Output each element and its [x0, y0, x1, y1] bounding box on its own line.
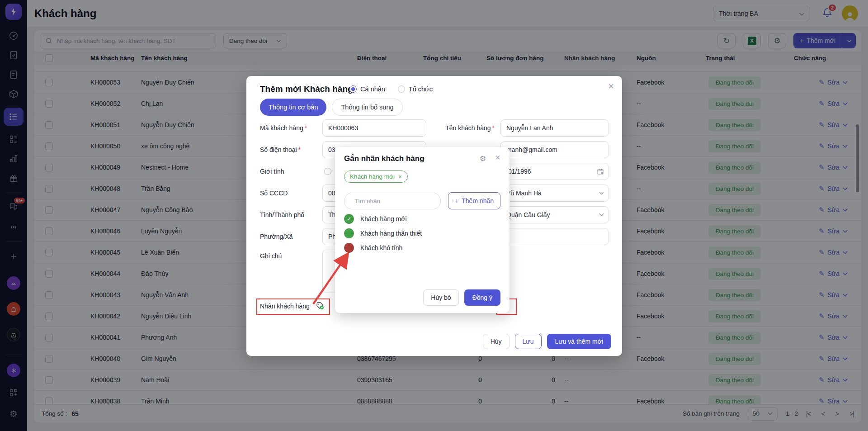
save-button[interactable]: Lưu [515, 334, 542, 349]
assignee-select[interactable] [500, 185, 609, 202]
label-ward: Phường/Xã [260, 233, 321, 240]
radio-organization-label: Tổ chức [409, 85, 433, 93]
add-tag-label: Thêm nhãn [462, 197, 494, 204]
tag-popup-title: Gắn nhãn khách hàng [344, 154, 425, 163]
district-select[interactable] [500, 206, 609, 223]
close-icon[interactable]: × [495, 152, 500, 163]
add-tag-button[interactable]: + Thêm nhãn [448, 192, 500, 209]
tab-basic-info[interactable]: Thông tin cơ bản [260, 99, 326, 116]
tag-option-label: Khách hàng mới [360, 215, 407, 223]
dob-field[interactable] [500, 163, 609, 180]
label-province: Tỉnh/Thành phố [260, 211, 321, 218]
remove-tag-icon[interactable]: × [398, 173, 402, 180]
assignee-select-wrap [500, 185, 609, 202]
label-phone: Số điện thoại* [260, 146, 321, 153]
radio-organization[interactable]: Tổ chức [398, 85, 433, 93]
tag-checked-icon: ✓ [344, 214, 354, 224]
customer-type-radios: Cá nhân Tổ chức [349, 85, 433, 93]
dob-field-wrap [500, 163, 609, 180]
radio-personal[interactable]: Cá nhân [349, 85, 385, 93]
tag-option[interactable]: Khách hàng thân thiết [344, 227, 500, 239]
cancel-button[interactable]: Hủy [483, 334, 509, 349]
name-field[interactable] [500, 119, 609, 137]
close-icon[interactable]: × [608, 81, 614, 92]
label-name: Tên khách hàng* [428, 124, 499, 132]
address-field[interactable] [500, 228, 609, 245]
radio-personal-label: Cá nhân [360, 85, 385, 93]
email-field[interactable] [500, 141, 609, 158]
tab-extra-info[interactable]: Thông tin bổ sung [332, 99, 402, 116]
selected-tag-chip: Khách hàng mới × [344, 171, 408, 183]
tag-cancel-button[interactable]: Hủy bỏ [423, 289, 458, 306]
tag-color-dot [344, 228, 354, 238]
label-code: Mã khách hàng* [260, 124, 321, 132]
gear-icon[interactable]: ⚙ [480, 154, 486, 163]
required-mark: * [492, 124, 495, 132]
app-window: 99+ ⚙ Khách hàng Thời trang BA 2 [0, 0, 868, 431]
tag-search-input[interactable] [354, 197, 435, 205]
tag-ok-button[interactable]: Đồng ý [464, 289, 500, 306]
required-mark: * [298, 146, 301, 153]
annotation-arrow [298, 246, 362, 312]
tag-option[interactable]: Khách khó tính [344, 242, 500, 254]
label-gender: Giới tính [260, 168, 321, 175]
calendar-icon[interactable] [597, 168, 604, 175]
save-and-new-button[interactable]: Lưu và thêm mới [547, 334, 611, 349]
chevron-down-icon [599, 213, 604, 217]
modal-title: Thêm mới Khách hàng [260, 84, 353, 94]
plus-icon: + [455, 197, 458, 204]
radio-selected-icon [349, 85, 357, 93]
label-cccd: Số CCCD [260, 189, 321, 197]
tag-search-box [344, 193, 441, 209]
code-field[interactable] [322, 119, 426, 137]
gender-radio[interactable] [324, 168, 331, 175]
tag-option[interactable]: ✓Khách hàng mới [344, 213, 500, 225]
chevron-down-icon [599, 192, 604, 195]
required-mark: * [305, 124, 307, 132]
tag-option-label: Khách khó tính [360, 244, 402, 251]
selected-tag-label: Khách hàng mới [350, 173, 395, 180]
radio-icon [398, 85, 405, 93]
tag-option-label: Khách hàng thân thiết [360, 230, 422, 237]
modal-footer: Hủy Lưu Lưu và thêm mới [483, 334, 611, 349]
modal-tabs: Thông tin cơ bản Thông tin bổ sung [260, 99, 403, 116]
district-select-wrap [500, 206, 609, 223]
tag-popup-footer: Hủy bỏ Đồng ý [423, 289, 500, 306]
tag-list: ✓Khách hàng mớiKhách hàng thân thiếtKhác… [344, 213, 500, 256]
tag-search-row: + Thêm nhãn [344, 192, 500, 209]
